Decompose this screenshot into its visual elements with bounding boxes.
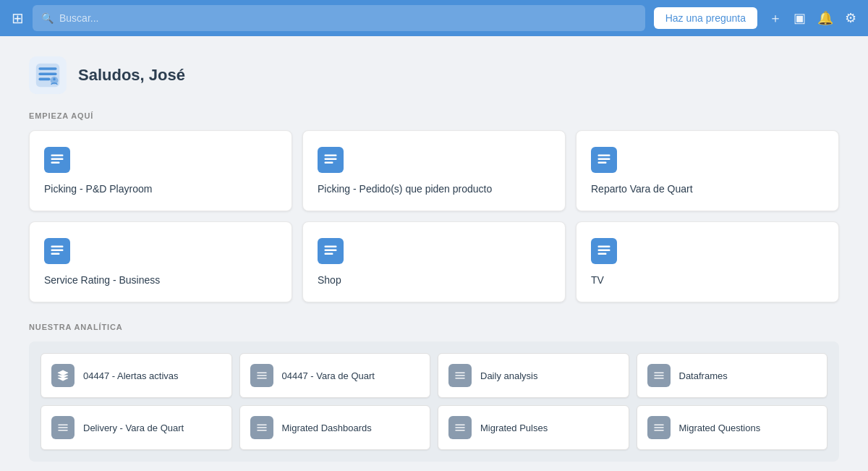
svg-rect-42 [455, 425, 465, 426]
svg-rect-9 [325, 155, 337, 157]
card-service-rating[interactable]: Service Rating - Business [29, 221, 292, 302]
svg-rect-26 [58, 378, 68, 379]
svg-rect-34 [654, 375, 664, 376]
svg-rect-40 [257, 427, 267, 428]
analytics-vara[interactable]: 04447 - Vara de Quart [239, 353, 431, 398]
svg-rect-33 [654, 373, 664, 374]
svg-rect-39 [257, 425, 267, 426]
svg-rect-30 [455, 373, 465, 374]
svg-rect-28 [257, 375, 267, 376]
analytics-delivery[interactable]: Delivery - Vara de Quart [41, 405, 232, 450]
card-title: Picking - P&D Playroom [44, 183, 277, 195]
svg-rect-17 [51, 253, 60, 255]
svg-rect-3 [38, 78, 50, 81]
svg-rect-15 [51, 246, 64, 248]
layers-icon [647, 416, 671, 439]
dashboard-icon [318, 238, 344, 264]
analytics-item-label: 04447 - Vara de Quart [282, 370, 375, 381]
analytics-grid: 04447 - Alertas activas 04447 - Vara de … [41, 353, 827, 450]
svg-rect-11 [325, 162, 333, 164]
svg-rect-37 [58, 427, 68, 428]
svg-rect-35 [654, 378, 664, 379]
svg-rect-23 [598, 253, 607, 255]
card-title: TV [591, 274, 824, 286]
layers-icon [51, 364, 75, 387]
card-tv[interactable]: TV [576, 221, 839, 302]
analytics-dataframes[interactable]: Dataframes [637, 353, 828, 398]
layers-icon [647, 364, 671, 387]
avatar [29, 56, 67, 94]
card-picking-pedidos[interactable]: Picking - Pedido(s) que piden producto [302, 130, 566, 211]
svg-rect-24 [58, 373, 68, 374]
svg-rect-1 [38, 67, 56, 70]
svg-rect-21 [598, 246, 610, 248]
svg-rect-45 [654, 425, 664, 426]
dashboard-icon [591, 147, 617, 173]
start-cards-grid: Picking - P&D Playroom Picking - Pedido(… [29, 130, 839, 302]
analytics-item-label: Migrated Pulses [480, 423, 548, 433]
svg-rect-27 [257, 373, 267, 374]
dashboard-icon [44, 147, 70, 173]
svg-point-5 [53, 78, 56, 81]
svg-rect-19 [325, 250, 337, 252]
analytics-item-label: 04447 - Alertas activas [83, 370, 179, 381]
plus-icon[interactable]: ＋ [769, 9, 782, 27]
card-title: Service Rating - Business [44, 274, 277, 286]
analytics-item-label: Migrated Questions [679, 423, 761, 433]
svg-rect-25 [58, 375, 68, 376]
svg-rect-38 [58, 430, 68, 431]
card-title: Shop [318, 274, 550, 286]
dashboard-icon [44, 238, 70, 264]
svg-rect-32 [455, 378, 465, 379]
analytics-item-label: Delivery - Vara de Quart [83, 423, 184, 433]
analytics-questions[interactable]: Migrated Questions [637, 405, 828, 450]
dashboard-icon [591, 238, 617, 264]
analytics-item-label: Daily analysis [480, 370, 537, 381]
search-bar[interactable]: 🔍 [33, 5, 645, 31]
svg-rect-36 [58, 425, 68, 426]
svg-rect-8 [51, 162, 60, 164]
svg-rect-6 [51, 155, 64, 157]
svg-rect-13 [598, 158, 610, 161]
card-title: Reparto Vara de Quart [591, 183, 824, 195]
layers-icon [51, 416, 75, 439]
analytics-label: NUESTRA ANALÍTICA [29, 323, 839, 331]
analytics-item-label: Migrated Dashboards [282, 423, 372, 433]
notification-icon[interactable]: 🔔 [817, 10, 833, 26]
analytics-section: 04447 - Alertas activas 04447 - Vara de … [29, 341, 839, 462]
card-shop[interactable]: Shop [302, 221, 566, 302]
svg-rect-47 [654, 430, 664, 431]
dashboard-icon [318, 147, 344, 173]
page-header: Saludos, José [29, 56, 839, 94]
svg-rect-12 [598, 155, 610, 157]
settings-icon[interactable]: ⚙ [845, 10, 856, 26]
svg-rect-10 [325, 158, 337, 161]
svg-rect-29 [257, 378, 267, 379]
svg-rect-31 [455, 375, 465, 376]
svg-rect-22 [598, 250, 610, 252]
analytics-item-label: Dataframes [679, 370, 728, 381]
svg-rect-20 [325, 253, 333, 255]
main-content: Saludos, José EMPIEZA AQUÍ Picking - P&D… [0, 36, 868, 471]
search-input[interactable] [59, 12, 637, 24]
card-reparto[interactable]: Reparto Vara de Quart [576, 130, 839, 211]
svg-rect-7 [51, 158, 64, 161]
page-title: Saludos, José [78, 66, 185, 85]
top-navigation: ⊞ 🔍 Haz una pregunta ＋ ▣ 🔔 ⚙ [0, 0, 868, 36]
analytics-daily[interactable]: Daily analysis [438, 353, 629, 398]
card-picking-pd[interactable]: Picking - P&D Playroom [29, 130, 292, 211]
analytics-pulses[interactable]: Migrated Pulses [438, 405, 629, 450]
start-here-label: EMPIEZA AQUÍ [29, 111, 839, 120]
svg-rect-14 [598, 162, 607, 164]
layers-icon [448, 364, 472, 387]
layers-icon [250, 416, 273, 439]
search-icon: 🔍 [41, 12, 54, 24]
grid-icon[interactable]: ⊞ [12, 9, 24, 27]
ask-question-button[interactable]: Haz una pregunta [654, 7, 757, 29]
bookmark-icon[interactable]: ▣ [793, 10, 806, 26]
svg-rect-18 [325, 246, 337, 248]
analytics-dashboards[interactable]: Migrated Dashboards [239, 405, 431, 450]
analytics-alertas[interactable]: 04447 - Alertas activas [41, 353, 232, 398]
layers-icon [250, 364, 273, 387]
svg-rect-41 [257, 430, 267, 431]
